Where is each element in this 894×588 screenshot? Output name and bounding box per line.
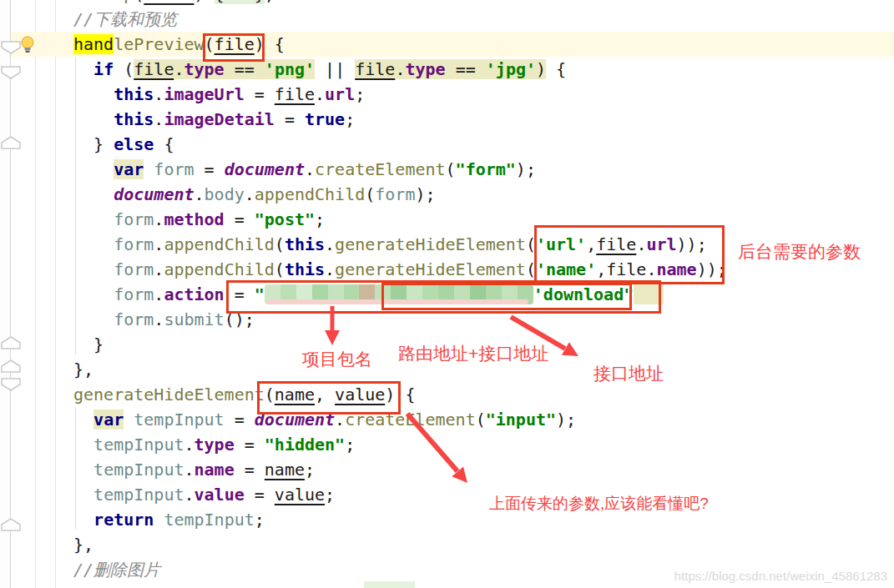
code-line[interactable]: tempInput.value = value; <box>73 482 335 507</box>
code-line[interactable]: var form = document.createElement("form"… <box>73 157 536 182</box>
code-line[interactable]: } <box>73 332 104 357</box>
code-line[interactable]: this.imageDetail = true; <box>73 107 355 132</box>
code-line[interactable]: if (file.type == 'png' || file.type == '… <box>73 57 566 82</box>
label-package-name: 项目包名 <box>302 348 372 371</box>
annotation-box-name-value <box>257 381 401 415</box>
code-line[interactable]: //删除图片 <box>73 557 160 582</box>
code-line[interactable]: document.body.appendChild(form); <box>73 182 436 207</box>
code-line[interactable]: this.imageUrl = file.url; <box>73 82 365 107</box>
label-route-plus-api: 路由地址+接口地址 <box>398 342 548 365</box>
label-params-note: 上面传来的参数,应该能看懂吧? <box>489 493 709 515</box>
folded-region-chip <box>364 581 415 588</box>
code-line[interactable]: } else { <box>73 132 174 157</box>
label-backend-params: 后台需要的参数 <box>738 240 861 264</box>
code-line[interactable]: //下载和预览 <box>73 7 177 32</box>
annotation-box-backend-params <box>534 225 725 284</box>
code-line[interactable]: form.method = "post"; <box>73 207 325 232</box>
code-line[interactable]: tempInput.name = name; <box>73 457 315 482</box>
csdn-watermark: https://blog.csdn.net/weixin_45861283 <box>674 569 887 583</box>
code-line[interactable]: }, <box>73 532 93 557</box>
annotation-box-file-param <box>203 33 265 62</box>
label-api-address: 接口地址 <box>593 362 664 385</box>
code-line[interactable]: tempInput.type = "hidden"; <box>73 432 355 457</box>
code-line[interactable]: }, <box>73 357 93 382</box>
code-line[interactable]: onCrop(event) {...}, <box>73 0 275 7</box>
code-editor: onCrop(event) {...},//下载和预览handlePreview… <box>0 0 894 588</box>
annotation-box-api-url <box>381 283 632 310</box>
code-line[interactable]: return tempInput; <box>73 507 265 532</box>
